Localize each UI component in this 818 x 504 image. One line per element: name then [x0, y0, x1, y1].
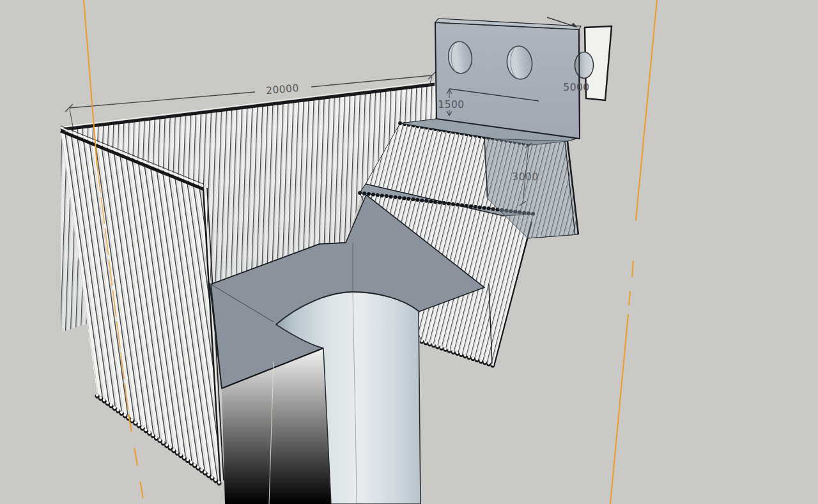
dim-label-1500: 1500: [438, 99, 464, 111]
dim-label-3000: 3000: [512, 171, 538, 183]
dim-label-5000: 5000: [563, 82, 589, 93]
sketchup-viewport[interactable]: 20000: [0, 0, 818, 504]
anchor-slab[interactable]: [435, 17, 594, 139]
slab-hole-3[interactable]: [575, 52, 594, 79]
